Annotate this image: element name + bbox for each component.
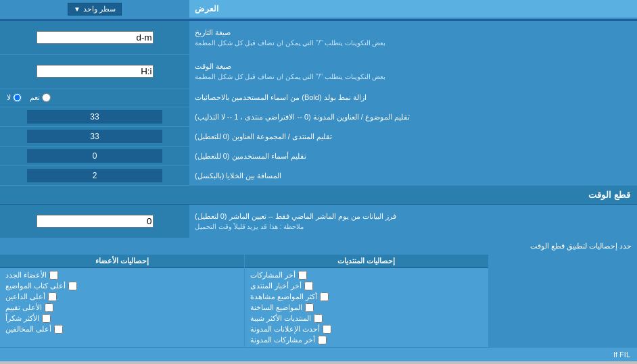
bold-remove-inputs: نعم لا: [0, 88, 189, 107]
checkbox-col2-2[interactable]: [68, 282, 77, 290]
stats-apply-row: حدد إحصاليات لتطبيق قطع الوقت: [0, 238, 637, 255]
list-item: المواضيع الساخنة: [250, 303, 483, 312]
list-item: الأكثر شكراً: [5, 314, 239, 323]
checkbox-col1-1[interactable]: [298, 271, 307, 280]
list-item: أعلى المخالفين: [5, 325, 239, 334]
cutoff-days-input-area: [0, 205, 189, 238]
list-item: الأعضاء الجدد: [5, 271, 239, 280]
forum-trim-input-area: [0, 127, 189, 146]
checkbox-col1-2[interactable]: [304, 282, 313, 290]
cell-spacing-input[interactable]: [27, 169, 162, 182]
user-trim-row: تقليم أسماء المستخدمين (0 للتعطيل): [0, 147, 637, 166]
time-format-row: صيغة الوقت بعض التكوينات يتطلب "/" التي …: [0, 55, 637, 88]
time-format-input[interactable]: [37, 65, 154, 78]
time-format-input-area: [0, 55, 189, 88]
list-item: أخر المشاركات: [250, 271, 483, 280]
list-item: أكثر المواضيع مشاهدة: [250, 292, 483, 301]
checkbox-col2-1[interactable]: [49, 271, 58, 280]
date-format-row: صيغة التاريخ بعض التكوينات يتطلب "/" الت…: [0, 21, 637, 55]
user-trim-input-area: [0, 147, 189, 165]
list-item: المنتديات الأكثر شيبة: [250, 314, 483, 323]
col1-header: إحصاليات المنتديات: [245, 255, 489, 268]
bold-no-label[interactable]: لا: [7, 93, 22, 102]
bold-yes-radio[interactable]: [42, 93, 51, 102]
cell-spacing-input-area: [0, 166, 189, 185]
forum-trim-label: تقليم المنتدى / المجموعة العناوين (0 للت…: [189, 127, 637, 146]
checkbox-col1-7[interactable]: [318, 336, 327, 344]
col1-items: أخر المشاركات أخر أخبار المنتدى أكثر الم…: [245, 268, 489, 347]
list-item: أخر أخبار المنتدى: [250, 282, 483, 290]
bold-remove-label: ازالة نمط بولد (Bold) من اسماء المستخدمي…: [189, 88, 637, 107]
chevron-down-icon: ▼: [74, 5, 80, 13]
cell-spacing-row: المسافة بين الخلايا (بالبكسل): [0, 166, 637, 186]
topic-trim-input-area: [0, 107, 189, 126]
topic-trim-label: تقليم الموضوع / العناوين المدونة (0 -- ا…: [189, 107, 637, 126]
list-item: أخر مشاركات المدونة: [250, 336, 483, 344]
forum-trim-row: تقليم المنتدى / المجموعة العناوين (0 للت…: [0, 127, 637, 147]
cutoff-days-row: فرز البيانات من يوم الماشر الماضي فقط --…: [0, 205, 637, 238]
col1: إحصاليات المنتديات أخر المشاركات أخر أخب…: [244, 255, 489, 347]
list-item: أعلى كتاب المواضيع: [5, 282, 239, 290]
user-trim-input[interactable]: [27, 149, 162, 163]
header-label-right: العرض: [189, 0, 637, 18]
checkboxes-right-label: [488, 255, 637, 347]
user-trim-label: تقليم أسماء المستخدمين (0 للتعطيل): [189, 147, 637, 165]
col2-header: إحصاليات الأعضاء: [0, 255, 244, 268]
main-container: العرض سطر واحد ▼ صيغة التاريخ بعض التكوي…: [0, 0, 637, 361]
bold-yes-label[interactable]: نعم: [30, 93, 51, 102]
stats-apply-label: حدد إحصاليات لتطبيق قطع الوقت: [0, 238, 637, 254]
time-format-label: صيغة الوقت بعض التكوينات يتطلب "/" التي …: [189, 55, 637, 88]
if-fil-text: If FIL: [613, 350, 630, 359]
topic-trim-input[interactable]: [27, 110, 162, 124]
dropdown-label: سطر واحد: [83, 5, 116, 14]
date-format-input-area: [0, 21, 189, 54]
checkbox-col1-5[interactable]: [314, 314, 323, 323]
topic-trim-row: تقليم الموضوع / العناوين المدونة (0 -- ا…: [0, 107, 637, 127]
header-row: العرض سطر واحد ▼: [0, 0, 637, 19]
checkbox-col2-4[interactable]: [45, 303, 53, 312]
list-item: أعلى الداعين: [5, 292, 239, 301]
header-dropdown-area: سطر واحد ▼: [0, 0, 189, 18]
col2: إحصاليات الأعضاء الأعضاء الجدد أعلى كتاب…: [0, 255, 244, 347]
bold-remove-row: ازالة نمط بولد (Bold) من اسماء المستخدمي…: [0, 88, 637, 107]
date-format-input[interactable]: [37, 31, 154, 44]
checkbox-col2-3[interactable]: [48, 292, 57, 301]
date-format-label: صيغة التاريخ بعض التكوينات يتطلب "/" الت…: [189, 21, 637, 54]
cell-spacing-label: المسافة بين الخلايا (بالبكسل): [189, 166, 637, 185]
display-dropdown[interactable]: سطر واحد ▼: [68, 3, 122, 16]
checkbox-col1-3[interactable]: [320, 292, 329, 301]
checkbox-col1-4[interactable]: [305, 303, 314, 312]
cutoff-section-header: قطع الوقت: [0, 186, 637, 205]
cutoff-days-input[interactable]: [37, 215, 154, 228]
col2-items: الأعضاء الجدد أعلى كتاب المواضيع أعلى ال…: [0, 268, 244, 336]
list-item: الأعلى تقييم: [5, 303, 239, 312]
checkbox-col1-6[interactable]: [323, 325, 331, 334]
if-fil-row: If FIL: [0, 348, 637, 361]
cutoff-days-label: فرز البيانات من يوم الماشر الماضي فقط --…: [189, 205, 637, 238]
checkboxes-columns: إحصاليات المنتديات أخر المشاركات أخر أخب…: [0, 255, 488, 347]
checkbox-col2-6[interactable]: [54, 325, 63, 334]
forum-trim-input[interactable]: [27, 130, 162, 143]
bold-no-radio[interactable]: [13, 93, 22, 102]
checkbox-col2-5[interactable]: [42, 314, 51, 323]
checkboxes-area: إحصاليات المنتديات أخر المشاركات أخر أخب…: [0, 255, 637, 348]
list-item: أحدث الإعلانات المدونة: [250, 325, 483, 334]
